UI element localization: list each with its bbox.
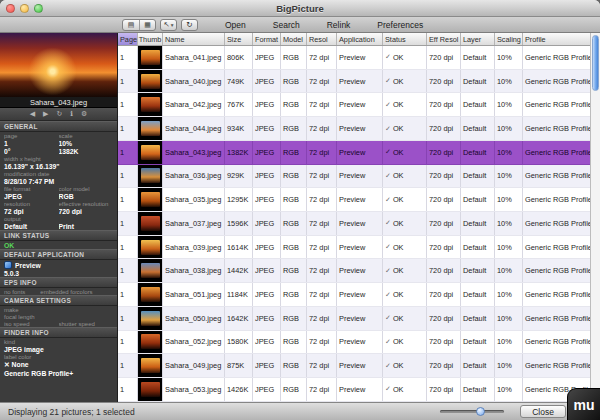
thumbnail-image[interactable] [141,74,160,89]
thumbnail-image[interactable] [141,334,160,349]
preferences-button[interactable]: Preferences [377,20,423,30]
cell-scaling: 10% [495,236,523,259]
section-header-eps-info: EPS INFO [0,277,117,288]
thumbnail-image[interactable] [141,358,160,373]
check-icon: ✓ [385,314,391,322]
column-header-layer[interactable]: Layer [461,33,495,45]
cell-model: RGB [281,236,307,259]
cell-size: 1596K [225,212,253,235]
close-button[interactable]: Close [520,405,566,418]
column-header-name[interactable]: Name [163,33,225,45]
thumbnail-image[interactable] [141,311,160,326]
cell-page: 1 [118,165,138,188]
cell-status: ✓OK [383,283,427,306]
thumbnail-image[interactable] [141,192,160,207]
search-button[interactable]: Search [273,20,300,30]
column-header-model[interactable]: Model [281,33,307,45]
cell-app: Preview [337,378,383,401]
cell-model: RGB [281,331,307,354]
table-row[interactable]: 1Sahara_051.jpeg1184KJPEGRGB72 dpiPrevie… [118,283,590,307]
thumbnail-image[interactable] [141,145,160,160]
close-window-button[interactable] [6,4,15,13]
column-header-eff-resol[interactable]: Eff Resol [427,33,461,45]
zoom-window-button[interactable] [34,4,43,13]
thumbnail-image[interactable] [141,240,160,255]
table-row[interactable]: 1Sahara_053.jpeg1426KJPEGRGB72 dpiPrevie… [118,378,590,402]
cell-format: JPEG [253,259,281,282]
cell-layer: Default [461,212,495,235]
thumbnail-image[interactable] [141,263,160,278]
table-row[interactable]: 1Sahara_050.jpeg1642KJPEGRGB72 dpiPrevie… [118,307,590,331]
refresh-button[interactable]: ↻ [181,19,198,31]
next-image-icon[interactable]: ▶ [43,110,48,118]
resolution-label: resolution [4,201,59,207]
grid-view-button[interactable]: ▦ [139,20,155,30]
column-header-thumb[interactable]: Thumb [138,33,163,45]
column-header-page-[interactable]: Page# [118,33,138,45]
table-row[interactable]: 1Sahara_037.jpeg1596KJPEGRGB72 dpiPrevie… [118,212,590,236]
column-header-format[interactable]: Format [253,33,281,45]
list-view-button[interactable]: ▤ [123,20,139,30]
preview-image[interactable] [0,33,117,97]
vertical-scrollbar[interactable]: ▲ ▼ [590,33,600,402]
cell-scaling: 10% [495,93,523,116]
column-header-application[interactable]: Application [337,33,383,45]
table-row[interactable]: 1Sahara_041.jpeg806KJPEGRGB72 dpiPreview… [118,46,590,70]
cell-scaling: 10% [495,307,523,330]
relink-button[interactable]: Relink [327,20,351,30]
thumbnail-image[interactable] [141,97,160,112]
cell-status: ✓OK [383,307,427,330]
thumbnail-image[interactable] [141,121,160,136]
minimize-window-button[interactable] [20,4,29,13]
cell-scaling: 10% [495,378,523,401]
app-window: BigPicture ▤ ▦ ↖ ▾ ↻ Open Search Relink … [0,0,600,420]
thumbnail-image[interactable] [141,50,160,65]
cell-layer: Default [461,188,495,211]
thumbnail-size-slider[interactable] [440,410,504,413]
cell-name: Sahara_051.jpeg [163,283,225,306]
cell-app: Preview [337,70,383,93]
cell-profile: Generic RGB Profile+ [523,236,590,259]
pointer-tool-button[interactable]: ↖ ▾ [160,19,177,31]
thumbnail-image[interactable] [141,382,160,397]
table-row[interactable]: 1Sahara_040.jpeg749KJPEGRGB72 dpiPreview… [118,70,590,94]
table-row[interactable]: 1Sahara_036.jpeg929KJPEGRGB72 dpiPreview… [118,165,590,189]
column-header-status[interactable]: Status [383,33,427,45]
table-row[interactable]: 1Sahara_049.jpeg875KJPEGRGB72 dpiPreview… [118,354,590,378]
thumbnail-image[interactable] [141,216,160,231]
rotate-icon[interactable]: ↻ [56,110,62,118]
table-row[interactable]: 1Sahara_044.jpeg934KJPEGRGB72 dpiPreview… [118,117,590,141]
table-row[interactable]: 1Sahara_035.jpeg1295KJPEGRGB72 dpiPrevie… [118,188,590,212]
cell-profile: Generic RGB Profile+ [523,354,590,377]
table-row[interactable]: 1Sahara_043.jpeg1382KJPEGRGB72 dpiPrevie… [118,141,590,165]
table-row[interactable]: 1Sahara_042.jpeg767KJPEGRGB72 dpiPreview… [118,93,590,117]
list-view-icon: ▤ [128,21,135,29]
table-row[interactable]: 1Sahara_039.jpeg1614KJPEGRGB72 dpiPrevie… [118,236,590,260]
link-status-value: OK [4,242,14,249]
cell-model: RGB [281,70,307,93]
gear-icon[interactable]: ⚙ [81,110,87,118]
column-header-profile[interactable]: Profile [523,33,590,45]
table-row[interactable]: 1Sahara_038.jpeg1442KJPEGRGB72 dpiPrevie… [118,259,590,283]
column-header-size[interactable]: Size [225,33,253,45]
cell-app: Preview [337,141,383,164]
open-button[interactable]: Open [225,20,246,30]
previous-image-icon[interactable]: ◀ [30,110,35,118]
thumbnail-image[interactable] [141,287,160,302]
cell-status: ✓OK [383,141,427,164]
column-header-resol[interactable]: Resol [307,33,337,45]
cell-model: RGB [281,378,307,401]
title-bar[interactable]: BigPicture [0,0,600,17]
cell-status: ✓OK [383,354,427,377]
scrollbar-thumb[interactable] [592,35,599,91]
table-row[interactable]: 1Sahara_052.jpeg1580KJPEGRGB72 dpiPrevie… [118,331,590,355]
slider-knob[interactable] [476,407,485,416]
cell-profile: Generic RGB Profile+ [523,70,590,93]
info-icon[interactable]: ℹ [70,110,73,118]
column-header-scaling[interactable]: Scaling [495,33,523,45]
cell-name: Sahara_043.jpeg [163,141,225,164]
thumbnail-image[interactable] [141,168,160,183]
cell-scaling: 10% [495,212,523,235]
cell-size: 1426K [225,378,253,401]
cell-format: JPEG [253,236,281,259]
